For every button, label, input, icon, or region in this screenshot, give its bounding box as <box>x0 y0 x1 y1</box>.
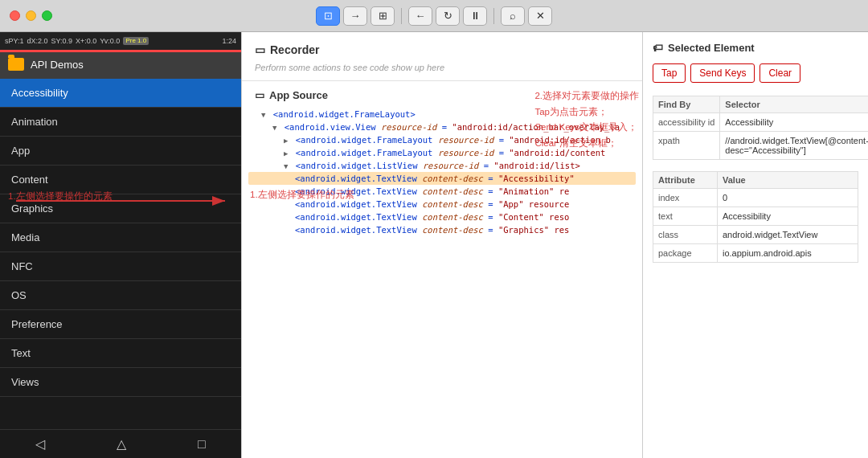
status-bar-left: sPY:1 dX:2.0 SY:0.9 X+:0.0 Yv:0.0 Pre 1.… <box>5 37 149 45</box>
xml-line-1: ▼ <android.widget.FrameLayout> <box>248 108 636 121</box>
android-list: Accessibility Animation App Content Grap… <box>0 79 241 429</box>
list-item-app[interactable]: App <box>0 137 241 166</box>
android-status-bar: sPY:1 dX:2.0 SY:0.9 X+:0.0 Yv:0.0 Pre 1.… <box>0 32 241 50</box>
app-source-title: ▭ App Source <box>242 89 642 108</box>
search-button[interactable]: ⌕ <box>501 6 525 26</box>
attr-row-text: text Accessibility <box>653 207 858 226</box>
device-tool-button[interactable]: ⊞ <box>371 6 395 26</box>
arrow-tool-button[interactable]: → <box>343 6 367 26</box>
send-keys-button[interactable]: Send Keys <box>690 63 755 83</box>
attr-label-text: text <box>653 207 718 226</box>
list-item-text[interactable]: Text <box>0 339 241 368</box>
xml-line-9[interactable]: <android.widget.TextView content-desc = … <box>248 211 636 223</box>
attr-label-package: package <box>653 244 718 263</box>
list-item-animation[interactable]: Animation <box>0 108 241 137</box>
middle-panel: 1.左侧选择要操作的元素 2.选择对元素要做的操作 Tap为点击元素； Send… <box>241 32 643 458</box>
xml-line-10[interactable]: <android.widget.TextView content-desc = … <box>248 223 636 236</box>
find-by-table: Find By Selector accessibility id Access… <box>653 96 868 160</box>
recorder-section: ▭ Recorder Perform some actions to see c… <box>242 32 642 81</box>
status-pre: Pre 1.0 <box>123 37 149 45</box>
maximize-button[interactable] <box>42 10 52 21</box>
status-sy: SY:0.9 <box>51 37 73 45</box>
xml-line-7[interactable]: <android.widget.TextView content-desc = … <box>248 185 636 198</box>
action-buttons: Tap Send Keys Clear <box>653 63 858 83</box>
attr-value-package: io.appium.android.apis <box>718 244 858 263</box>
title-bar: ⊡ → ⊞ ← ↻ ⏸ ⌕ ✕ <box>0 0 868 32</box>
xml-line-4: ▶ <android.widget.FrameLayout resource-i… <box>248 146 636 159</box>
app-source-title-text: App Source <box>269 89 328 101</box>
xml-line-5: ▼ <android.widget.ListView resource-id =… <box>248 159 636 172</box>
left-panel: sPY:1 dX:2.0 SY:0.9 X+:0.0 Yv:0.0 Pre 1.… <box>0 32 241 458</box>
recorder-title-text: Recorder <box>270 43 319 56</box>
find-by-label-2: xpath <box>653 132 720 160</box>
close-button-toolbar[interactable]: ✕ <box>528 6 552 26</box>
selector-value-1: Accessibility <box>720 113 868 132</box>
app-source-icon: ▭ <box>255 89 264 101</box>
pause-button[interactable]: ⏸ <box>463 6 487 26</box>
status-dx: dX:2.0 <box>27 37 48 45</box>
recorder-title: ▭ Recorder <box>255 43 629 56</box>
back-button[interactable]: ← <box>408 6 432 26</box>
status-time: 1:24 <box>222 37 236 45</box>
app-window: ⊡ → ⊞ ← ↻ ⏸ ⌕ ✕ sPY:1 dX:2.0 SY:0.9 X+:0… <box>0 0 868 458</box>
home-nav-button[interactable]: △ <box>117 436 126 452</box>
value-header: Value <box>718 172 858 189</box>
recents-nav-button[interactable]: □ <box>198 437 206 452</box>
selected-element-title: 🏷 Selected Element <box>653 42 858 54</box>
traffic-lights <box>10 10 52 21</box>
list-item-content[interactable]: Content <box>0 166 241 194</box>
app-source-section: ▭ App Source ▼ <android.widget.FrameLayo… <box>242 81 642 458</box>
list-item-nfc[interactable]: NFC <box>0 252 241 281</box>
attr-row-index: index 0 <box>653 189 858 207</box>
xml-line-2: ▼ <android.view.View resource-id = "andr… <box>248 121 636 133</box>
tag-icon: 🏷 <box>653 42 663 54</box>
list-item-graphics[interactable]: Graphics <box>0 194 241 223</box>
toolbar: ⊡ → ⊞ ← ↻ ⏸ ⌕ ✕ <box>316 6 552 26</box>
minimize-button[interactable] <box>26 10 36 21</box>
list-item-views[interactable]: Views <box>0 368 241 397</box>
find-by-row-1: accessibility id Accessibility <box>653 113 869 132</box>
clear-button[interactable]: Clear <box>760 63 800 83</box>
list-item-os[interactable]: OS <box>0 281 241 310</box>
xml-tree: ▼ <android.widget.FrameLayout> ▼ <androi… <box>242 108 642 236</box>
selected-element-title-text: Selected Element <box>668 42 755 54</box>
android-app-bar: API Demos <box>0 50 241 79</box>
main-container: sPY:1 dX:2.0 SY:0.9 X+:0.0 Yv:0.0 Pre 1.… <box>0 32 868 458</box>
attr-value-text: Accessibility <box>718 207 858 226</box>
list-item-preference[interactable]: Preference <box>0 310 241 339</box>
toolbar-divider-2 <box>493 8 494 24</box>
xml-line-3: ▶ <android.widget.FrameLayout resource-i… <box>248 133 636 146</box>
app-bar-title: API Demos <box>31 59 84 71</box>
progress-bar <box>0 50 241 52</box>
attr-value-index: 0 <box>718 189 858 207</box>
recorder-icon: ▭ <box>255 43 265 56</box>
android-nav-bar: ◁ △ □ <box>0 429 241 458</box>
toolbar-divider-1 <box>401 8 402 24</box>
attr-label-class: class <box>653 226 718 244</box>
recorder-hint: Perform some actions to see code show up… <box>255 63 629 72</box>
find-by-label-1: accessibility id <box>653 113 720 132</box>
status-x: X+:0.0 <box>76 37 96 45</box>
selector-value-2: //android.widget.TextView[@content-desc=… <box>720 132 868 160</box>
find-by-header: Find By <box>653 96 720 113</box>
back-nav-button[interactable]: ◁ <box>35 436 45 452</box>
right-panel: 🏷 Selected Element Tap Send Keys Clear F… <box>643 32 868 458</box>
xml-line-8[interactable]: <android.widget.TextView content-desc = … <box>248 198 636 211</box>
attr-row-class: class android.widget.TextView <box>653 226 858 244</box>
attr-label-index: index <box>653 189 718 207</box>
refresh-button[interactable]: ↻ <box>436 6 460 26</box>
status-spy: sPY:1 <box>5 37 24 45</box>
attr-row-package: package io.appium.android.apis <box>653 244 858 263</box>
list-item-accessibility[interactable]: Accessibility <box>0 79 241 108</box>
list-item-media[interactable]: Media <box>0 223 241 252</box>
find-by-row-2: xpath //android.widget.TextView[@content… <box>653 132 869 160</box>
folder-icon <box>8 58 24 71</box>
status-yv: Yv:0.0 <box>100 37 120 45</box>
attribute-header: Attribute <box>653 172 718 189</box>
select-tool-button[interactable]: ⊡ <box>316 6 340 26</box>
tap-button[interactable]: Tap <box>653 63 686 83</box>
xml-line-6-highlighted[interactable]: <android.widget.TextView content-desc = … <box>248 172 636 185</box>
selector-header: Selector <box>720 96 868 113</box>
attr-value-class: android.widget.TextView <box>718 226 858 244</box>
close-button[interactable] <box>10 10 20 21</box>
